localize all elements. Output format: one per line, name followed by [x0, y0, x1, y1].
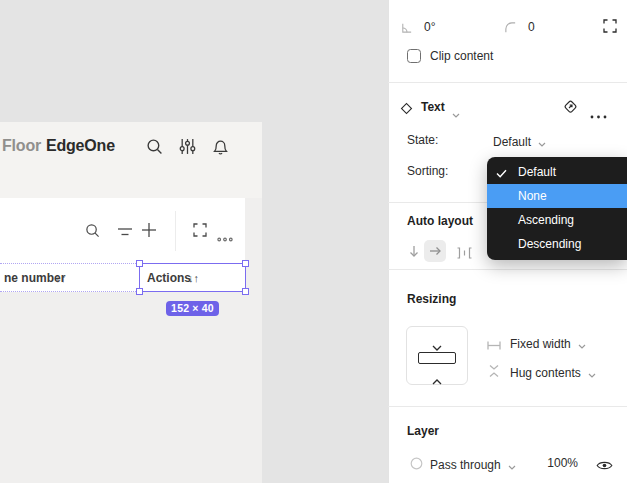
blend-mode-dropdown[interactable]: Pass through	[430, 456, 516, 474]
height-mode-value: Hug contents	[510, 366, 581, 380]
rotation-input[interactable]: 0°	[424, 20, 435, 34]
rotation-icon	[400, 20, 413, 38]
chevron-up-icon[interactable]	[431, 371, 443, 389]
selection-handle-nw[interactable]	[136, 260, 143, 267]
width-mode-value: Fixed width	[510, 337, 571, 351]
expand-icon[interactable]	[193, 223, 207, 241]
notifications-icon[interactable]	[212, 138, 229, 159]
brand-name: EdgeOne	[46, 137, 115, 154]
chevron-down-icon	[508, 456, 516, 474]
styles-tag-icon[interactable]	[562, 98, 579, 119]
selection-handle-se[interactable]	[242, 288, 249, 295]
selection-guide-bottom	[0, 291, 140, 292]
corner-radius-input[interactable]: 0	[528, 20, 535, 34]
state-value: Default	[493, 135, 531, 149]
state-label: State:	[407, 133, 438, 147]
chevron-down-icon[interactable]	[452, 104, 460, 122]
more-icon[interactable]	[217, 228, 233, 246]
menu-item-ascending[interactable]: Ascending	[487, 208, 627, 232]
width-mode-dropdown[interactable]: Fixed width	[510, 335, 586, 353]
opacity-input[interactable]: 100%	[540, 456, 578, 470]
panel-divider	[388, 269, 627, 270]
chevron-down-icon	[588, 364, 596, 382]
sorting-menu: Default None Ascending Descending	[487, 157, 627, 260]
table-filter-icon[interactable]	[118, 224, 132, 242]
panel-divider	[388, 406, 627, 407]
menu-item-none[interactable]: None	[487, 184, 627, 208]
clip-content-checkbox[interactable]	[407, 49, 421, 63]
component-icon	[400, 101, 413, 119]
resizing-title: Resizing	[407, 292, 456, 306]
add-icon[interactable]	[142, 223, 156, 241]
hug-contents-icon	[488, 364, 500, 382]
more-options-icon[interactable]	[590, 105, 607, 123]
resizing-widget-rect[interactable]	[418, 352, 456, 364]
state-dropdown[interactable]: Default	[493, 133, 546, 151]
selection-handle-ne[interactable]	[242, 260, 249, 267]
layout-horizontal-button[interactable]	[424, 240, 446, 262]
visibility-eye-icon[interactable]	[596, 457, 613, 475]
toolbar-divider	[175, 211, 176, 251]
selection-guide-top	[0, 263, 140, 264]
check-icon	[496, 167, 507, 181]
layer-title: Layer	[407, 424, 439, 438]
app-brand[interactable]: FloorEdgeOne	[2, 137, 115, 155]
independent-corners-icon[interactable]	[603, 19, 617, 37]
clip-content-label[interactable]: Clip content	[430, 49, 493, 63]
design-frame-header[interactable]	[0, 122, 262, 198]
blend-mode-icon	[410, 456, 423, 474]
gap-spacing-icon[interactable]	[456, 245, 473, 263]
table-search-icon[interactable]	[85, 223, 100, 242]
menu-item-default[interactable]: Default	[487, 160, 627, 184]
layout-vertical-icon[interactable]	[408, 244, 420, 262]
menu-item-descending[interactable]: Descending	[487, 232, 627, 256]
selection-handle-sw[interactable]	[136, 288, 143, 295]
size-badge: 152 × 40	[166, 301, 219, 316]
auto-layout-title: Auto layout	[407, 214, 473, 228]
search-icon[interactable]	[146, 138, 163, 159]
filters-icon[interactable]	[179, 138, 196, 159]
brand-prefix: Floor	[2, 137, 41, 154]
chevron-down-icon	[538, 133, 546, 151]
sort-icon[interactable]: ↓↑	[55, 271, 66, 285]
fixed-width-icon	[487, 337, 501, 355]
chevron-down-icon	[578, 335, 586, 353]
arrow-right-icon	[429, 245, 442, 257]
figma-editor: FloorEdgeOne ne number ↓↑	[0, 0, 627, 483]
component-name[interactable]: Text	[421, 100, 445, 114]
blend-mode-value: Pass through	[430, 458, 501, 472]
panel-divider	[388, 82, 627, 83]
corner-radius-icon	[504, 20, 517, 38]
selection-box[interactable]	[139, 263, 246, 292]
height-mode-dropdown[interactable]: Hug contents	[510, 364, 596, 382]
sorting-label: Sorting:	[407, 164, 448, 178]
